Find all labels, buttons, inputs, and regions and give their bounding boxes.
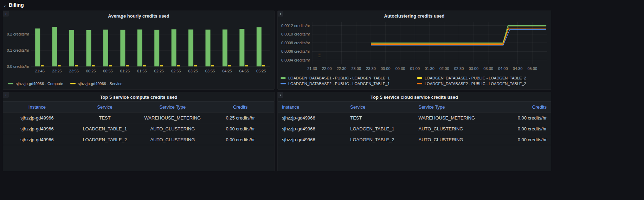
legend-item[interactable]: LOADGEN_DATABASE1 - PUBLIC - LOADGEN_TAB…	[281, 76, 417, 80]
table-cell: sjhzzjp-gd49966	[278, 112, 346, 123]
info-icon-glyph: i	[280, 93, 281, 97]
bar-compute[interactable]	[52, 27, 57, 66]
table-cell: TEST	[71, 112, 139, 123]
bar-compute[interactable]	[239, 29, 244, 66]
legend-label: sjhzzjp-gd49966 - Service	[78, 82, 123, 86]
x-axis-label: 02:55	[171, 69, 181, 73]
y-axis-label: 0.2 credits/hr	[7, 32, 29, 36]
x-axis-label: 04:00	[498, 66, 508, 71]
column-header-service-type[interactable]: Service Type	[414, 102, 483, 112]
panel-title[interactable]: Top 5 service compute credits used	[3, 92, 274, 100]
x-axis-label: 22:30	[337, 66, 347, 71]
bar-compute[interactable]	[172, 29, 176, 66]
table-cell: AUTO_CLUSTERING	[139, 123, 207, 134]
bar-compute[interactable]	[35, 28, 40, 66]
table-cell: LOADGEN_TABLE_2	[346, 134, 414, 145]
bar-compute[interactable]	[206, 30, 211, 66]
x-axis-label: 03:25	[188, 69, 198, 73]
info-icon-glyph: i	[6, 93, 7, 97]
column-header-service[interactable]: Service	[346, 102, 414, 112]
x-axis-label: 02:00	[439, 66, 449, 71]
info-icon-glyph: i	[280, 12, 281, 16]
table-header-row: InstanceServiceService TypeCredits	[3, 101, 274, 112]
info-icon[interactable]: i	[3, 92, 9, 98]
x-axis-label: 23:30	[366, 66, 376, 71]
bar-service[interactable]	[143, 65, 146, 66]
legend-swatch	[281, 77, 286, 79]
x-axis-label: 23:00	[351, 66, 361, 71]
dashboard: ⌄ Billing i Average hourly credits used …	[0, 0, 644, 200]
bar-service[interactable]	[109, 65, 112, 66]
bar-compute[interactable]	[257, 27, 262, 66]
info-icon[interactable]: i	[278, 92, 283, 98]
bar-compute[interactable]	[69, 30, 74, 66]
legend-swatch	[417, 77, 422, 79]
bar-service[interactable]	[92, 65, 95, 66]
bar-service[interactable]	[194, 65, 197, 66]
bar-service[interactable]	[177, 65, 180, 66]
bar-compute[interactable]	[120, 30, 125, 66]
bar-compute[interactable]	[223, 30, 227, 66]
table-cell: sjhzzjp-gd49966	[3, 134, 71, 145]
legend-item[interactable]: LOADGEN_DATABASE2 - PUBLIC - LOADGEN_TAB…	[417, 82, 551, 86]
table-cell: AUTO_CLUSTERING	[139, 134, 207, 145]
table-row[interactable]: sjhzzjp-gd49966TESTWAREHOUSE_METERING0.2…	[3, 112, 274, 123]
column-header-service-type[interactable]: Service Type	[139, 102, 207, 112]
legend-label: sjhzzjp-gd49966 - Compute	[16, 82, 63, 86]
legend-item[interactable]: LOADGEN_DATABASE2 - PUBLIC - LOADGEN_TAB…	[281, 82, 417, 86]
panel-title[interactable]: Autoclustering credits used	[278, 11, 551, 19]
table-cell: AUTO_CLUSTERING	[414, 134, 483, 145]
panel-title[interactable]: Top 5 service cloud service credits used	[278, 92, 551, 100]
column-header-instance[interactable]: Instance	[278, 102, 346, 112]
bar-service[interactable]	[160, 65, 163, 66]
row-title: Billing	[9, 2, 24, 8]
bar-compute[interactable]	[154, 30, 159, 66]
bar-service[interactable]	[75, 65, 78, 66]
legend-label: LOADGEN_DATABASE2 - PUBLIC - LOADGEN_TAB…	[425, 82, 526, 86]
bar-service[interactable]	[126, 65, 129, 66]
table-header-row: InstanceServiceService TypeCredits	[278, 101, 551, 112]
series-line[interactable]	[371, 30, 546, 46]
bar-service[interactable]	[228, 65, 231, 66]
info-icon-glyph: i	[6, 12, 7, 16]
bar-compute[interactable]	[103, 30, 108, 66]
legend-item[interactable]: sjhzzjp-gd49966 - Service	[70, 82, 123, 86]
table-cell: WAREHOUSE_METERING	[414, 112, 483, 123]
bar-compute[interactable]	[188, 30, 193, 66]
bar-compute[interactable]	[137, 30, 142, 66]
legend-label: LOADGEN_DATABASE1 - PUBLIC - LOADGEN_TAB…	[288, 76, 390, 80]
y-axis-label: 0.0006 credits/hr	[281, 49, 310, 53]
bar-service[interactable]	[211, 65, 214, 66]
bar-service[interactable]	[58, 65, 61, 66]
legend-item[interactable]: LOADGEN_DATABASE1 - PUBLIC - LOADGEN_TAB…	[417, 76, 551, 80]
table-row[interactable]: sjhzzjp-gd49966LOADGEN_TABLE_2AUTO_CLUST…	[3, 134, 274, 145]
x-axis-label: 03:55	[205, 69, 215, 73]
table-row[interactable]: sjhzzjp-gd49966LOADGEN_TABLE_1AUTO_CLUST…	[278, 123, 551, 134]
table-cell: AUTO_CLUSTERING	[414, 123, 483, 134]
table-row[interactable]: sjhzzjp-gd49966LOADGEN_TABLE_1AUTO_CLUST…	[3, 123, 274, 134]
x-axis-label: 02:25	[154, 69, 164, 73]
bar-chart: 0.0 credits/hr0.1 credits/hr0.2 credits/…	[3, 19, 274, 80]
table-row[interactable]: sjhzzjp-gd49966TESTWAREHOUSE_METERING0.0…	[278, 112, 551, 123]
panel-title[interactable]: Average hourly credits used	[3, 11, 274, 19]
bar-service[interactable]	[262, 65, 265, 66]
panel-autoclustering-credits: i Autoclustering credits used 21:3022:00…	[277, 11, 551, 90]
x-axis-label: 01:55	[137, 69, 147, 73]
dashboard-row-billing[interactable]: ⌄ Billing	[3, 1, 24, 9]
column-header-credits[interactable]: Credits	[206, 102, 274, 112]
bar-compute[interactable]	[86, 30, 91, 66]
column-header-credits[interactable]: Credits	[483, 102, 551, 112]
table-cell: sjhzzjp-gd49966	[278, 134, 346, 145]
column-header-service[interactable]: Service	[71, 102, 139, 112]
bar-service[interactable]	[245, 65, 248, 66]
info-icon[interactable]: i	[3, 11, 9, 17]
x-axis-label: 22:00	[322, 66, 332, 71]
bar-service[interactable]	[41, 65, 44, 66]
series-line[interactable]	[371, 28, 546, 45]
y-axis-label: 0.0 credits/hr	[7, 64, 29, 69]
info-icon[interactable]: i	[278, 11, 283, 17]
legend-item[interactable]: sjhzzjp-gd49966 - Compute	[8, 82, 63, 86]
table-row[interactable]: sjhzzjp-gd49966LOADGEN_TABLE_2AUTO_CLUST…	[278, 134, 551, 145]
column-header-instance[interactable]: Instance	[3, 102, 71, 112]
chevron-down-icon: ⌄	[3, 3, 7, 7]
